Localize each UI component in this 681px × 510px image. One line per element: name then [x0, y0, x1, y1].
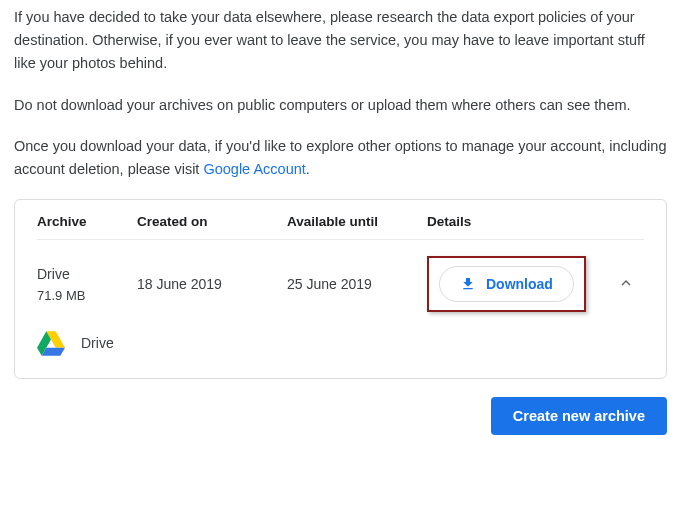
table-header-row: Archive Created on Available until Detai…: [37, 214, 644, 240]
created-on-value: 18 June 2019: [137, 276, 287, 292]
header-created: Created on: [137, 214, 287, 229]
intro-p3-post: .: [306, 161, 310, 177]
intro-paragraph-3: Once you download your data, if you'd li…: [14, 135, 667, 181]
table-row: Drive 71.9 MB 18 June 2019 25 June 2019 …: [37, 240, 644, 326]
header-archive: Archive: [37, 214, 137, 229]
download-icon: [460, 276, 476, 292]
google-drive-icon: [37, 330, 65, 356]
intro-paragraph-2: Do not download your archives on public …: [14, 94, 667, 117]
download-highlight-box: Download: [427, 256, 586, 312]
archive-name: Drive: [37, 266, 137, 282]
google-account-link[interactable]: Google Account: [203, 161, 305, 177]
archive-content-row: Drive: [37, 326, 644, 366]
header-available: Available until: [287, 214, 427, 229]
intro-paragraph-1: If you have decided to take your data el…: [14, 6, 667, 76]
available-until-value: 25 June 2019: [287, 276, 427, 292]
header-details: Details: [427, 214, 608, 229]
chevron-up-icon: [617, 274, 635, 295]
collapse-button[interactable]: [608, 266, 644, 302]
create-new-archive-button[interactable]: Create new archive: [491, 397, 667, 435]
download-button[interactable]: Download: [439, 266, 574, 302]
archive-size: 71.9 MB: [37, 288, 137, 303]
archive-content-label: Drive: [81, 335, 114, 351]
download-label: Download: [486, 276, 553, 292]
archives-card: Archive Created on Available until Detai…: [14, 199, 667, 379]
intro-p3-pre: Once you download your data, if you'd li…: [14, 138, 666, 177]
